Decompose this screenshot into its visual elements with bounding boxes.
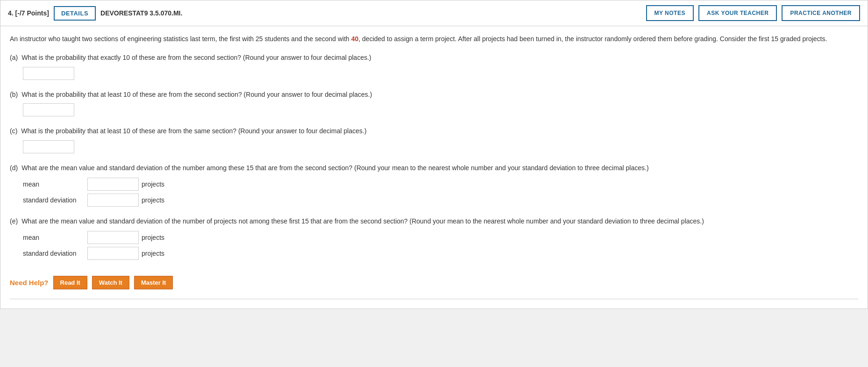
part-c-input[interactable] — [23, 140, 74, 153]
part-d-text: What are the mean value and standard dev… — [21, 163, 648, 173]
problem-intro: An instructor who taught two sections of… — [10, 34, 858, 44]
part-b-text: What is the probability that at least 10… — [21, 89, 372, 100]
need-help-label: Need Help? — [10, 279, 49, 287]
part-e-sd-label: standard deviation — [23, 250, 84, 257]
problem-id: DEVORESTAT9 3.5.070.MI. — [100, 9, 182, 17]
part-d: (d) What are the mean value and standard… — [10, 163, 858, 207]
intro-text-2: , decided to assign a term project. Afte… — [358, 35, 827, 43]
part-d-sd-unit: projects — [142, 196, 164, 204]
part-d-label: (d) — [10, 163, 18, 173]
highlight-number: 40 — [351, 35, 359, 43]
part-e-sd-input-group: projects — [87, 247, 164, 260]
part-e-sd-row: standard deviation projects — [23, 247, 858, 260]
part-e-question: (e) What are the mean value and standard… — [10, 216, 858, 226]
part-d-sd-label: standard deviation — [23, 196, 84, 204]
part-a-input[interactable] — [23, 67, 74, 80]
content-area: An instructor who taught two sections of… — [0, 26, 868, 309]
part-a-question: (a) What is the probability that exactly… — [10, 52, 858, 63]
part-e: (e) What are the mean value and standard… — [10, 216, 858, 260]
part-c: (c) What is the probability that at leas… — [10, 126, 858, 153]
bottom-divider — [10, 299, 858, 299]
part-b-question: (b) What is the probability that at leas… — [10, 89, 858, 100]
details-button[interactable]: DETAILS — [54, 6, 96, 21]
part-d-mean-label: mean — [23, 180, 84, 188]
part-b: (b) What is the probability that at leas… — [10, 89, 858, 116]
read-it-button[interactable]: Read It — [53, 276, 87, 289]
master-it-button[interactable]: Master It — [134, 276, 173, 289]
part-d-mean-unit: projects — [142, 180, 164, 188]
part-a-text: What is the probability that exactly 10 … — [21, 52, 371, 63]
part-a-label: (a) — [10, 52, 18, 63]
part-e-mean-row: mean projects — [23, 231, 858, 244]
part-a: (a) What is the probability that exactly… — [10, 52, 858, 79]
part-e-label: (e) — [10, 216, 18, 226]
practice-another-button[interactable]: PRACTICE ANOTHER — [782, 5, 860, 21]
part-e-sd-unit: projects — [142, 250, 164, 257]
part-e-text: What are the mean value and standard dev… — [21, 216, 704, 226]
header-left: 4. [-/7 Points] DETAILS DEVORESTAT9 3.5.… — [8, 6, 640, 21]
header-right: MY NOTES ASK YOUR TEACHER PRACTICE ANOTH… — [646, 5, 861, 21]
watch-it-button[interactable]: Watch It — [92, 276, 129, 289]
part-b-input[interactable] — [23, 103, 74, 116]
part-d-mean-row: mean projects — [23, 178, 858, 191]
part-c-question: (c) What is the probability that at leas… — [10, 126, 858, 136]
part-c-text: What is the probability that at least 10… — [21, 126, 366, 136]
part-c-label: (c) — [10, 126, 17, 136]
part-e-mean-input-group: projects — [87, 231, 164, 244]
part-d-mean-input-group: projects — [87, 178, 164, 191]
part-d-sd-input-group: projects — [87, 194, 164, 207]
part-e-sd-input[interactable] — [87, 247, 139, 260]
part-d-mean-input[interactable] — [87, 178, 139, 191]
part-d-sd-input[interactable] — [87, 194, 139, 207]
points-label: 4. [-/7 Points] — [8, 9, 49, 17]
problem-header: 4. [-/7 Points] DETAILS DEVORESTAT9 3.5.… — [0, 0, 868, 26]
my-notes-button[interactable]: MY NOTES — [646, 5, 694, 21]
need-help-section: Need Help? Read It Watch It Master It — [10, 271, 858, 289]
ask-teacher-button[interactable]: ASK YOUR TEACHER — [698, 5, 777, 21]
part-d-sd-row: standard deviation projects — [23, 194, 858, 207]
part-e-mean-label: mean — [23, 234, 84, 241]
part-e-mean-input[interactable] — [87, 231, 139, 244]
part-e-mean-unit: projects — [142, 234, 164, 241]
intro-text-1: An instructor who taught two sections of… — [10, 35, 351, 43]
part-b-label: (b) — [10, 89, 18, 100]
part-d-question: (d) What are the mean value and standard… — [10, 163, 858, 173]
